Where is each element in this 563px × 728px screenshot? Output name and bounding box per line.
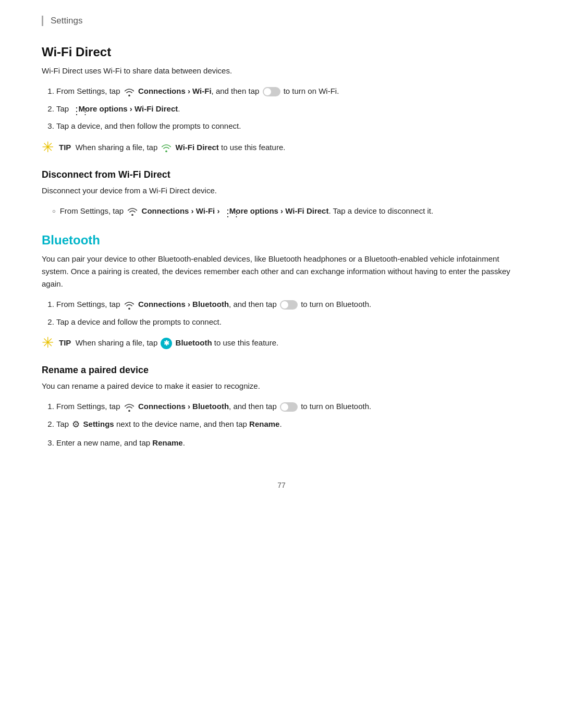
- wifi-icon-disconnect: [127, 207, 138, 216]
- wifi-icon-step1: [124, 88, 135, 96]
- rename-title: Rename a paired device: [42, 365, 521, 376]
- bluetooth-step-2: Tap a device and follow the prompts to c…: [56, 315, 521, 329]
- wifi-direct-tip: ✳ TIP When sharing a file, tap Wi-Fi Dir…: [42, 140, 521, 155]
- disconnect-bullet: From Settings, tap Connections › Wi-Fi ›…: [52, 204, 521, 218]
- page-number: 77: [42, 481, 521, 489]
- rename-desc: You can rename a paired device to make i…: [42, 380, 521, 392]
- bluetooth-step-1: From Settings, tap Connections › Bluetoo…: [56, 298, 521, 311]
- rename-step-3: Enter a new name, and tap Rename.: [56, 436, 521, 450]
- disconnect-section: Disconnect from Wi-Fi Direct Disconnect …: [42, 169, 521, 218]
- wifi-direct-section: Wi-Fi Direct Wi-Fi Direct uses Wi-Fi to …: [42, 45, 521, 217]
- tip-sun-icon-bt: ✳: [42, 336, 54, 350]
- bluetooth-section: Bluetooth You can pair your device to ot…: [42, 233, 521, 450]
- tip-text-bt: TIP When sharing a file, tap ✱ Bluetooth…: [59, 337, 278, 349]
- three-dots-disconnect: ⋮: [223, 207, 226, 216]
- toggle-icon-bt-step1: [280, 300, 298, 310]
- gear-icon-rename: ⚙: [72, 417, 80, 433]
- wifi-direct-title: Wi-Fi Direct: [42, 45, 521, 59]
- bluetooth-badge-icon: ✱: [161, 338, 172, 349]
- disconnect-bullet-content: From Settings, tap Connections › Wi-Fi ›…: [60, 204, 433, 218]
- bluetooth-title: Bluetooth: [42, 233, 521, 248]
- tip-sun-icon: ✳: [42, 140, 54, 155]
- page-header: Settings: [42, 16, 521, 26]
- wifi-direct-step-1: From Settings, tap Connections › Wi-Fi, …: [56, 84, 521, 98]
- wifi-direct-step-3: Tap a device, and then follow the prompt…: [56, 119, 521, 133]
- rename-step-1: From Settings, tap Connections › Bluetoo…: [56, 400, 521, 413]
- disconnect-title: Disconnect from Wi-Fi Direct: [42, 169, 521, 180]
- disconnect-desc: Disconnect your device from a Wi-Fi Dire…: [42, 184, 521, 197]
- disconnect-list: From Settings, tap Connections › Wi-Fi ›…: [52, 204, 521, 218]
- rename-step-2: Tap ⚙ Settings next to the device name, …: [56, 417, 521, 433]
- toggle-icon-rename-step1: [280, 402, 298, 412]
- wifi-icon-rename-step1: [124, 403, 135, 412]
- wifi-direct-step-2: Tap ⋮ More options › Wi-Fi Direct.: [56, 102, 521, 116]
- wifi-green-icon-tip: [161, 143, 172, 152]
- bluetooth-desc: You can pair your device to other Blueto…: [42, 253, 521, 290]
- tip-text-wifi: TIP When sharing a file, tap Wi-Fi Direc…: [59, 141, 285, 154]
- header-label: Settings: [51, 16, 82, 26]
- wifi-direct-desc: Wi-Fi Direct uses Wi-Fi to share data be…: [42, 65, 521, 77]
- rename-section: Rename a paired device You can rename a …: [42, 365, 521, 450]
- rename-steps: From Settings, tap Connections › Bluetoo…: [56, 400, 521, 450]
- bluetooth-tip: ✳ TIP When sharing a file, tap ✱ Bluetoo…: [42, 336, 521, 350]
- wifi-icon-bt-step1: [124, 301, 135, 310]
- bluetooth-steps: From Settings, tap Connections › Bluetoo…: [56, 298, 521, 328]
- wifi-direct-steps: From Settings, tap Connections › Wi-Fi, …: [56, 84, 521, 133]
- toggle-icon-step1: [263, 87, 280, 96]
- three-dots-step2: ⋮: [72, 105, 75, 114]
